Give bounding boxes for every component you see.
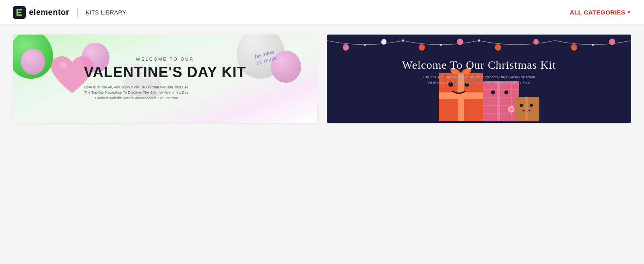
svg-point-11 [402,39,404,42]
valentine-title-small: WELCOME TO OUR [84,57,246,61]
svg-point-10 [364,44,366,46]
dropdown-arrow-icon: ▼ [627,10,631,14]
svg-point-3 [381,39,386,45]
svg-point-1 [59,62,67,68]
header-left: elementor KITS LIBRARY [13,6,126,19]
balloon-pink-bottom-left [21,49,45,75]
kits-library-label: KITS LIBRARY [86,9,126,16]
valentine-thumbnail: be mine,be mine. WELCOME TO OUR VALENTIN… [13,35,317,123]
svg-point-32 [510,108,513,111]
christmas-title-area: Welcome To Our Christmas Kit Use The Top… [402,59,556,86]
card-christmas[interactable]: Welcome To Our Christmas Kit Use The Top… [327,35,631,123]
logo: elementor [13,6,69,19]
svg-rect-30 [497,81,500,121]
svg-point-8 [571,44,577,51]
all-categories-button[interactable]: ALL CATEGORIES ▼ [570,9,631,16]
header: elementor KITS LIBRARY ALL CATEGORIES ▼ [0,0,644,25]
valentine-subtitle: Love Is In The Air, And Soon It Will Be … [84,85,189,101]
svg-point-35 [530,104,533,107]
svg-point-34 [520,104,523,107]
card-valentines-day[interactable]: be mine,be mine. WELCOME TO OUR VALENTIN… [13,35,317,123]
main-content: be mine,be mine. WELCOME TO OUR VALENTIN… [0,25,644,133]
valentine-title-big: VALENTINE'S DAY KIT [84,64,246,81]
christmas-thumbnail: Welcome To Our Christmas Kit Use The Top… [327,35,631,123]
header-divider [77,8,78,17]
christmas-subtitle: Use The Top-Bar Navigation To Start Expl… [423,75,535,86]
logo-text: elementor [29,8,69,17]
all-categories-label: ALL CATEGORIES [570,9,625,16]
svg-point-9 [609,39,615,45]
christmas-title: Welcome To Our Christmas Kit [402,59,556,72]
elementor-logo-icon [13,6,26,19]
svg-point-29 [504,90,508,94]
svg-point-14 [592,44,594,46]
svg-point-2 [343,44,349,51]
svg-rect-36 [525,97,528,121]
svg-point-28 [491,90,495,94]
